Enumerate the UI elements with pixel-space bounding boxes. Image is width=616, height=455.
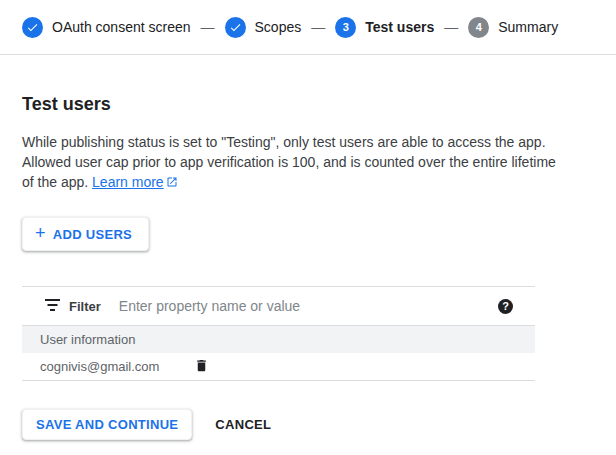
filter-list-icon: [45, 297, 60, 315]
table-header: User information: [22, 325, 535, 353]
step-oauth-consent-screen[interactable]: OAuth consent screen: [22, 17, 191, 38]
learn-more-link[interactable]: Learn more: [92, 174, 178, 190]
filter-label: Filter: [69, 299, 101, 314]
cancel-button[interactable]: CANCEL: [215, 417, 271, 432]
step-scopes[interactable]: Scopes: [225, 17, 302, 38]
step-test-users[interactable]: 3 Test users: [335, 17, 434, 38]
step-label: Test users: [365, 19, 434, 35]
add-users-button[interactable]: + ADD USERS: [22, 217, 149, 251]
footer-actions: SAVE AND CONTINUE CANCEL: [22, 409, 594, 440]
step-separator: —: [201, 19, 215, 35]
step-label: Summary: [498, 19, 558, 35]
step-summary[interactable]: 4 Summary: [468, 17, 558, 38]
external-link-icon: [166, 173, 178, 193]
step-label: OAuth consent screen: [52, 19, 191, 35]
filter-input[interactable]: [117, 297, 498, 315]
plus-icon: +: [35, 224, 46, 242]
step-label: Scopes: [255, 19, 302, 35]
table-row: cognivis@gmail.com: [22, 353, 535, 381]
page-title: Test users: [22, 94, 594, 114]
delete-user-button[interactable]: [194, 357, 209, 377]
step-separator: —: [311, 19, 325, 35]
wizard-stepper: OAuth consent screen — Scopes — 3 Test u…: [0, 0, 616, 55]
help-icon[interactable]: ?: [498, 299, 513, 314]
column-header-user-information: User information: [40, 332, 135, 347]
step-number-icon: 3: [335, 17, 356, 38]
step-separator: —: [444, 19, 458, 35]
filter-bar: Filter ?: [22, 286, 535, 325]
step-complete-check-icon: [225, 17, 246, 38]
description-text: While publishing status is set to "Testi…: [22, 132, 558, 193]
filter-button[interactable]: Filter: [45, 297, 101, 315]
main-content: Test users While publishing status is se…: [0, 94, 616, 440]
save-and-continue-button[interactable]: SAVE AND CONTINUE: [22, 409, 192, 440]
step-complete-check-icon: [22, 17, 43, 38]
step-number-icon: 4: [468, 17, 489, 38]
trash-icon: [194, 357, 209, 377]
user-email: cognivis@gmail.com: [40, 359, 159, 374]
test-users-table: Filter ? User information cognivis@gmail…: [22, 286, 535, 381]
